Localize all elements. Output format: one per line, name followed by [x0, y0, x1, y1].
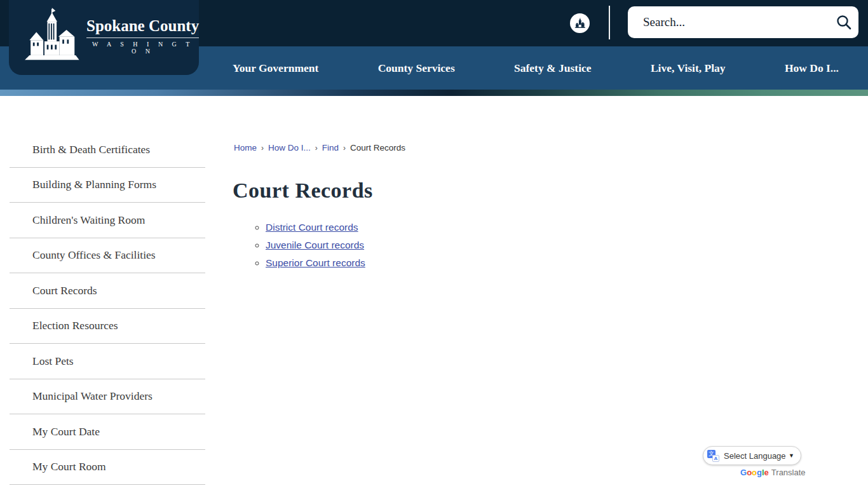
brand-text-block: Spokane County W A S H I N G T O N	[86, 17, 199, 55]
sidebar-item-election-resources[interactable]: Election Resources	[10, 309, 205, 344]
brand-tagline: W A S H I N G T O N	[86, 41, 199, 55]
page-title: Court Records	[233, 179, 373, 203]
accent-gradient-stripe	[0, 90, 868, 96]
sidebar-item-building-planning-forms[interactable]: Building & Planning Forms	[10, 168, 205, 203]
nav-item-live-visit-play[interactable]: Live, Visit, Play	[651, 62, 726, 75]
courthouse-mini-icon	[574, 17, 586, 29]
sidebar-item-childrens-waiting-room[interactable]: Children's Waiting Room	[10, 203, 205, 238]
search-input[interactable]	[628, 15, 829, 29]
language-select-dropdown[interactable]: 文 A Select Language ▼	[703, 446, 801, 465]
sidebar-item-municipal-water-providers[interactable]: Municipal Water Providers	[10, 379, 205, 415]
site-search	[628, 6, 858, 38]
main-nav: Your Government County Services Safety &…	[233, 46, 839, 90]
breadcrumb-find[interactable]: Find	[322, 143, 339, 152]
nav-item-safety-justice[interactable]: Safety & Justice	[514, 62, 592, 75]
language-select-label: Select Language	[724, 451, 789, 461]
translate-label: Translate	[771, 468, 806, 477]
site-logo[interactable]: Spokane County W A S H I N G T O N	[9, 0, 199, 75]
sidebar-item-my-court-room[interactable]: My Court Room	[10, 450, 205, 485]
sidebar-menu: Birth & Death Certificates Building & Pl…	[10, 132, 205, 485]
nav-item-county-services[interactable]: County Services	[378, 62, 455, 75]
sidebar-item-court-records[interactable]: Court Records	[10, 273, 205, 309]
superior-court-records-link[interactable]: Superior Court records	[266, 257, 365, 268]
breadcrumb-separator: ›	[343, 144, 346, 152]
chevron-down-icon: ▼	[789, 452, 794, 459]
court-records-link-list: District Court records Juvenile Court re…	[243, 219, 365, 273]
list-item: Juvenile Court records	[266, 236, 365, 254]
county-seal-button[interactable]	[570, 13, 590, 33]
sidebar-item-my-court-date[interactable]: My Court Date	[10, 414, 205, 450]
breadcrumb-how-do-i[interactable]: How Do I...	[268, 143, 311, 152]
nav-item-your-government[interactable]: Your Government	[233, 62, 318, 75]
district-court-records-link[interactable]: District Court records	[266, 222, 358, 233]
courthouse-illustration-icon	[19, 5, 83, 66]
sidebar-item-county-offices-facilities[interactable]: County Offices & Facilities	[10, 238, 205, 274]
search-button[interactable]	[829, 6, 858, 38]
breadcrumb-separator: ›	[261, 144, 264, 152]
translate-icon-glyph: A	[712, 455, 719, 462]
brand-name: Spokane County	[86, 17, 199, 38]
breadcrumb-current: Court Records	[350, 143, 405, 152]
google-wordmark: Google	[740, 468, 769, 477]
juvenile-court-records-link[interactable]: Juvenile Court records	[266, 240, 364, 250]
google-translate-icon: 文 A	[707, 449, 720, 462]
sidebar-item-birth-death-certificates[interactable]: Birth & Death Certificates	[10, 132, 205, 168]
sidebar-item-lost-pets[interactable]: Lost Pets	[10, 344, 205, 379]
search-icon	[836, 14, 852, 30]
breadcrumb-home[interactable]: Home	[234, 143, 257, 152]
list-item: Superior Court records	[266, 254, 365, 272]
header-divider	[609, 6, 610, 39]
google-translate-attribution[interactable]: GoogleTranslate	[740, 468, 806, 477]
nav-item-how-do-i[interactable]: How Do I...	[785, 62, 839, 75]
breadcrumb: Home › How Do I... › Find › Court Record…	[234, 143, 405, 152]
list-item: District Court records	[266, 219, 365, 236]
breadcrumb-separator: ›	[315, 144, 318, 152]
